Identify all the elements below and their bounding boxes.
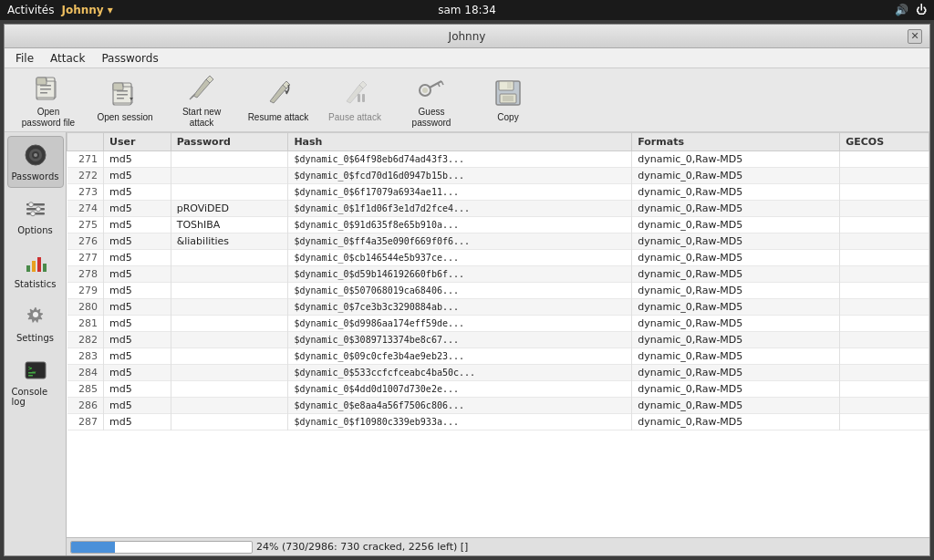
- console-log-icon: >_: [23, 358, 48, 383]
- pause-attack-label: Pause attack: [328, 112, 381, 123]
- menu-passwords[interactable]: Passwords: [94, 50, 165, 67]
- progress-bar-container: [70, 541, 253, 554]
- start-new-attack-icon: [185, 72, 218, 103]
- table-row[interactable]: 272 md5 $dynamic_0$fcd70d16d0947b15b... …: [67, 168, 929, 184]
- cell-hash: $dynamic_0$64f98eb6d74ad43f3...: [288, 151, 632, 168]
- top-bar-right: 🔊 ⏻: [895, 4, 927, 16]
- sidebar-statistics-label: Statistics: [15, 279, 57, 289]
- table-row[interactable]: 279 md5 $dynamic_0$507068019ca68406... d…: [67, 283, 929, 299]
- svg-rect-6: [113, 83, 123, 90]
- sidebar-item-options[interactable]: Options: [7, 190, 64, 242]
- cell-hash: $dynamic_0$e8aa4a56f7506c806...: [288, 398, 632, 414]
- menu-attack[interactable]: Attack: [43, 50, 92, 67]
- cell-user: md5: [104, 151, 171, 168]
- svg-rect-42: [28, 375, 33, 377]
- table-row[interactable]: 274 md5 pROViDED $dynamic_0$1f1d06f3e1d7…: [67, 201, 929, 217]
- pause-attack-button[interactable]: Pause attack: [318, 73, 391, 128]
- table-row[interactable]: 283 md5 $dynamic_0$09c0cfe3b4ae9eb23... …: [67, 348, 929, 365]
- table-row[interactable]: 287 md5 $dynamic_0$f10980c339eb933a... d…: [67, 414, 929, 430]
- status-text: 24% (730/2986: 730 cracked, 2256 left) […: [256, 541, 468, 553]
- cell-formats: dynamic_0,Raw-MD5: [632, 299, 840, 316]
- svg-point-38: [33, 312, 38, 317]
- guess-password-icon: [415, 72, 448, 103]
- start-new-attack-button[interactable]: Start new attack: [165, 73, 238, 128]
- main-area: Passwords Options: [5, 132, 929, 555]
- cell-user: md5: [104, 316, 171, 332]
- table-row[interactable]: 273 md5 $dynamic_0$6f17079a6934ae11... d…: [67, 184, 929, 201]
- table-row[interactable]: 284 md5 $dynamic_0$533ccfcfceabc4ba50c..…: [67, 365, 929, 381]
- cell-hash: $dynamic_0$09c0cfe3b4ae9eb23...: [288, 348, 632, 365]
- sidebar: Passwords Options: [5, 132, 67, 555]
- activities-label[interactable]: Activités: [7, 4, 54, 16]
- table-row[interactable]: 271 md5 $dynamic_0$64f98eb6d74ad43f3... …: [67, 151, 929, 168]
- cell-gecos: [840, 201, 929, 217]
- open-password-file-button[interactable]: Open password file: [12, 73, 85, 128]
- table-row[interactable]: 278 md5 $dynamic_0$d59b146192660fb6f... …: [67, 266, 929, 283]
- sidebar-item-statistics[interactable]: Statistics: [7, 244, 64, 296]
- cell-password: [171, 365, 288, 381]
- cell-user: md5: [104, 365, 171, 381]
- col-formats: Formats: [632, 133, 840, 151]
- cell-hash: $dynamic_0$507068019ca68406...: [288, 283, 632, 299]
- cell-num: 281: [67, 316, 104, 332]
- cell-gecos: [840, 348, 929, 365]
- svg-point-15: [422, 88, 428, 93]
- cell-hash: $dynamic_0$3089713374be8c67...: [288, 332, 632, 348]
- sidebar-item-console-log[interactable]: >_ Console log: [7, 351, 64, 413]
- table-row[interactable]: 276 md5 &liabilities $dynamic_0$ff4a35e0…: [67, 233, 929, 250]
- table-row[interactable]: 281 md5 $dynamic_0$d9986aa174eff59de... …: [67, 316, 929, 332]
- cell-num: 285: [67, 381, 104, 398]
- table-row[interactable]: 275 md5 TOShIBA $dynamic_0$91d635f8e65b9…: [67, 217, 929, 233]
- cell-user: md5: [104, 201, 171, 217]
- menu-file[interactable]: File: [8, 50, 41, 67]
- cell-gecos: [840, 332, 929, 348]
- table-row[interactable]: 277 md5 $dynamic_0$cb146544e5b937ce... d…: [67, 250, 929, 266]
- sidebar-item-settings[interactable]: Settings: [7, 297, 64, 349]
- svg-rect-4: [40, 92, 47, 94]
- resume-attack-button[interactable]: Resume attack: [242, 73, 315, 128]
- password-table-container[interactable]: User Password Hash Formats GECOS 271 md5…: [67, 132, 929, 537]
- window-close-button[interactable]: ✕: [908, 29, 922, 44]
- cell-user: md5: [104, 168, 171, 184]
- cell-formats: dynamic_0,Raw-MD5: [632, 233, 840, 250]
- top-bar-center: sam 18:34: [438, 4, 496, 16]
- cell-hash: $dynamic_0$f10980c339eb933a...: [288, 414, 632, 430]
- cell-hash: $dynamic_0$d9986aa174eff59de...: [288, 316, 632, 332]
- cell-password: [171, 266, 288, 283]
- svg-line-18: [441, 81, 443, 85]
- power-icon[interactable]: ⏻: [916, 4, 927, 16]
- sidebar-item-passwords[interactable]: Passwords: [7, 136, 64, 188]
- table-row[interactable]: 280 md5 $dynamic_0$7ce3b3c3290884ab... d…: [67, 299, 929, 316]
- open-session-button[interactable]: Open session: [88, 73, 161, 128]
- sidebar-passwords-label: Passwords: [12, 171, 59, 181]
- cell-gecos: [840, 299, 929, 316]
- cell-num: 284: [67, 365, 104, 381]
- cell-num: 277: [67, 250, 104, 266]
- cell-gecos: [840, 266, 929, 283]
- svg-rect-41: [28, 372, 36, 374]
- copy-button[interactable]: Copy: [472, 73, 545, 128]
- cell-password: TOShIBA: [171, 217, 288, 233]
- cell-formats: dynamic_0,Raw-MD5: [632, 332, 840, 348]
- svg-point-32: [36, 207, 40, 212]
- cell-formats: dynamic_0,Raw-MD5: [632, 348, 840, 365]
- table-row[interactable]: 285 md5 $dynamic_0$4dd0d1007d730e2e... d…: [67, 381, 929, 398]
- cell-user: md5: [104, 348, 171, 365]
- cell-num: 278: [67, 266, 104, 283]
- resume-attack-icon: [262, 78, 295, 109]
- cell-formats: dynamic_0,Raw-MD5: [632, 168, 840, 184]
- cell-user: md5: [104, 299, 171, 316]
- cell-num: 273: [67, 184, 104, 201]
- table-row[interactable]: 286 md5 $dynamic_0$e8aa4a56f7506c806... …: [67, 398, 929, 414]
- cell-hash: $dynamic_0$91d635f8e65b910a...: [288, 217, 632, 233]
- svg-rect-35: [32, 261, 36, 272]
- table-row[interactable]: 282 md5 $dynamic_0$3089713374be8c67... d…: [67, 332, 929, 348]
- cell-gecos: [840, 283, 929, 299]
- svg-rect-2: [40, 85, 51, 87]
- cell-password: [171, 250, 288, 266]
- cell-gecos: [840, 316, 929, 332]
- app-name-label[interactable]: Johnny ▾: [61, 4, 112, 16]
- guess-password-button[interactable]: Guess password: [395, 73, 468, 128]
- cell-formats: dynamic_0,Raw-MD5: [632, 217, 840, 233]
- open-session-icon: [109, 78, 141, 109]
